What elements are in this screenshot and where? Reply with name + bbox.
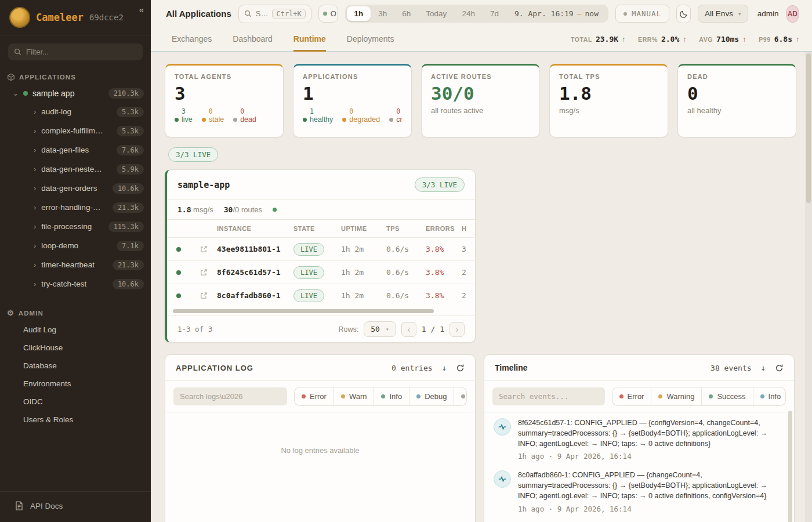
uptime-value: 1h 2m: [341, 268, 386, 277]
chevron-right-icon[interactable]: ›: [34, 280, 36, 288]
download-icon[interactable]: ↓: [761, 363, 766, 372]
filter-chip-success[interactable]: Success: [701, 387, 752, 405]
log-search-input[interactable]: [173, 387, 287, 405]
metric-total: TOTAL 23.9K ↑: [571, 35, 625, 44]
metric-label: ERR%: [638, 36, 658, 43]
chip-label: Info: [768, 392, 781, 401]
filter-chip-info[interactable]: Info: [753, 387, 786, 405]
download-icon[interactable]: ↓: [442, 363, 447, 372]
sidebar-collapse-icon[interactable]: «: [139, 5, 144, 14]
tab-deployments[interactable]: Deployments: [347, 27, 394, 52]
chevron-right-icon[interactable]: ›: [34, 107, 36, 116]
time-range-today[interactable]: Today: [418, 6, 454, 21]
substat-num: 0: [240, 108, 256, 115]
table-row[interactable]: 8c0affadb860-1 LIVE 1h 2m 0.6/s 3.8% 2: [167, 284, 476, 307]
overview-cards: TOTAL AGENTS 3 3live 0stale 0dead APPLIC…: [165, 64, 798, 137]
level-dot: [416, 394, 420, 398]
sidebar-item-data-gen-files[interactable]: › data-gen-files 7.6k: [0, 140, 151, 160]
filter-chip-trace[interactable]: Trace: [454, 387, 467, 405]
sidebar-filter-input[interactable]: [26, 48, 137, 56]
dark-mode-toggle[interactable]: [676, 5, 691, 23]
chevron-right-icon[interactable]: ›: [34, 241, 36, 250]
api-docs-link[interactable]: API Docs: [0, 491, 151, 522]
sidebar-filter[interactable]: [8, 44, 143, 60]
external-link-icon[interactable]: [190, 245, 217, 253]
manual-refresh-button[interactable]: MANUAL: [615, 5, 669, 23]
sidebar-item-file-processing[interactable]: › file-processing 115.3k: [0, 217, 151, 236]
filter-chip-debug[interactable]: Debug: [409, 387, 454, 405]
environment-select[interactable]: All Envs ▾: [698, 5, 748, 23]
substat-label: healthy: [310, 115, 333, 124]
tab-runtime[interactable]: Runtime: [293, 27, 326, 52]
sidebar-item-timer-heartbeat[interactable]: › timer-heartbeat 21.3k: [0, 255, 151, 274]
refresh-icon[interactable]: [775, 364, 784, 372]
sidebar-item-sample-app[interactable]: ⌄ sample app 210.3k: [0, 85, 151, 102]
sidebar-item-data-gen-orders[interactable]: › data-gen-orders 10.6k: [0, 179, 151, 198]
manual-button-label: MANUAL: [632, 9, 661, 18]
avatar[interactable]: AD: [786, 5, 799, 23]
chevron-right-icon[interactable]: ›: [34, 184, 36, 193]
health-value: 3: [462, 245, 476, 253]
log-panel-title: APPLICATION LOG: [176, 364, 253, 372]
timeline-scrollbar[interactable]: [788, 411, 792, 522]
chevron-right-icon[interactable]: ›: [34, 146, 36, 154]
online-status-pill[interactable]: O: [318, 5, 338, 23]
filter-chip-info[interactable]: Info: [374, 387, 409, 405]
chevron-right-icon[interactable]: ›: [34, 126, 36, 135]
chevron-right-icon[interactable]: ›: [34, 222, 36, 231]
sidebar-item-loop-demo[interactable]: › loop-demo 7.1k: [0, 236, 151, 255]
global-search[interactable]: S… Ctrl+K: [238, 5, 311, 23]
sidebar-item-environments[interactable]: Environments: [0, 375, 151, 393]
sidebar-item-audit-log[interactable]: › audit-log 5.3k: [0, 102, 151, 121]
chevron-down-icon[interactable]: ⌄: [13, 89, 19, 97]
tab-dashboard[interactable]: Dashboard: [233, 27, 273, 52]
refresh-icon[interactable]: [456, 364, 465, 372]
filter-chip-warning[interactable]: Warning: [651, 387, 701, 405]
sidebar-item-database[interactable]: Database: [0, 357, 151, 375]
time-range-1h[interactable]: 1h: [347, 6, 371, 21]
timeline-entry[interactable]: 8f6245c61d57-1: CONFIG_APPLIED — {config…: [494, 418, 781, 461]
type-dot: [760, 394, 764, 398]
time-range-3h[interactable]: 3h: [371, 6, 394, 21]
time-range-7d[interactable]: 7d: [483, 6, 506, 21]
next-page-button[interactable]: ›: [449, 322, 465, 337]
chevron-right-icon[interactable]: ›: [34, 260, 36, 269]
table-row[interactable]: 43ee9811b801-1 LIVE 1h 2m 0.6/s 3.8% 3: [167, 237, 476, 260]
timeline-type-filters: Error Warning Success Info: [612, 387, 786, 406]
date-range-display[interactable]: 9. Apr. 16:19—now: [506, 6, 607, 21]
tree-root-label: sample app: [32, 89, 104, 98]
table-row[interactable]: 8f6245c61d57-1 LIVE 1h 2m 0.6/s 3.8% 2: [167, 260, 476, 284]
filter-chip-error[interactable]: Error: [295, 387, 334, 405]
scrollbar-thumb[interactable]: [173, 309, 434, 313]
sidebar-item-complex-fulfillment[interactable]: › complex-fulfillm… 5.3k: [0, 121, 151, 140]
prev-page-button[interactable]: ‹: [401, 322, 416, 337]
filter-chip-error[interactable]: Error: [612, 387, 651, 405]
filter-chip-warn[interactable]: Warn: [334, 387, 374, 405]
rows-per-page-select[interactable]: 50 ▾: [364, 321, 396, 337]
chevron-right-icon[interactable]: ›: [34, 165, 36, 173]
timeline-entry[interactable]: 8c0affadb860-1: CONFIG_APPLIED — {change…: [494, 470, 781, 513]
metric-value: 6.8s: [774, 35, 792, 44]
window-scrollbar[interactable]: [805, 52, 812, 522]
time-range-24h[interactable]: 24h: [454, 6, 483, 21]
level-dot: [341, 394, 345, 398]
sidebar-item-error-handling[interactable]: › error-handling-… 21.3k: [0, 198, 151, 217]
card-dead: DEAD 0 all healthy: [677, 64, 796, 137]
sidebar-item-users-roles[interactable]: Users & Roles: [0, 411, 151, 429]
timeline-search-input[interactable]: [492, 387, 605, 405]
package-icon: [7, 73, 15, 81]
sidebar-item-data-gen-nested[interactable]: › data-gen-neste… 5.9k: [0, 160, 151, 179]
sidebar-item-oidc[interactable]: OIDC: [0, 393, 151, 411]
chevron-right-icon[interactable]: ›: [34, 203, 36, 212]
scrollbar-thumb[interactable]: [806, 53, 811, 203]
sidebar-item-clickhouse[interactable]: ClickHouse: [0, 339, 151, 357]
time-range-6h[interactable]: 6h: [394, 6, 418, 21]
sidebar-item-try-catch-test[interactable]: › try-catch-test 10.6k: [0, 274, 151, 293]
tab-exchanges[interactable]: Exchanges: [172, 27, 212, 52]
external-link-icon[interactable]: [190, 292, 217, 300]
status-dot: [233, 118, 237, 122]
scrollbar-thumb[interactable]: [788, 411, 792, 522]
sidebar-item-audit-log-admin[interactable]: Audit Log: [0, 321, 151, 339]
horizontal-scrollbar[interactable]: [173, 309, 469, 313]
external-link-icon[interactable]: [190, 269, 217, 277]
